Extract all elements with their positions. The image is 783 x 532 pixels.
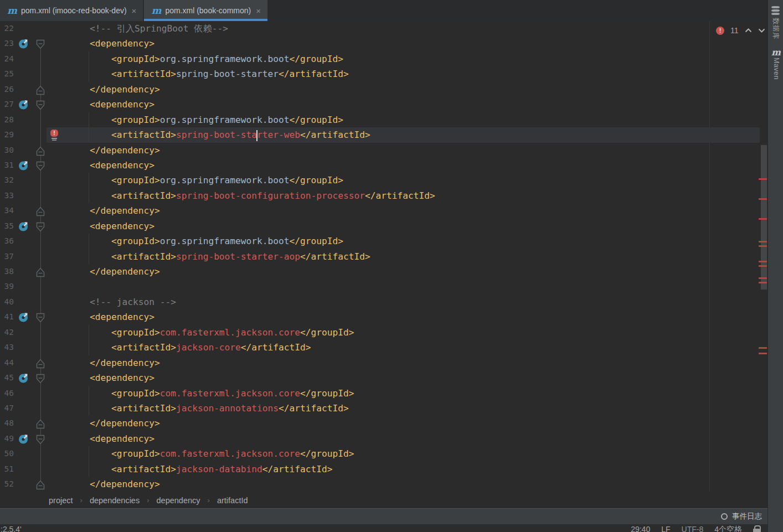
close-icon[interactable]: × bbox=[255, 7, 262, 15]
fold-start-icon[interactable] bbox=[36, 312, 45, 322]
code-line-41[interactable]: 41 <dependency> bbox=[0, 309, 767, 324]
maven-m-icon[interactable]: m bbox=[771, 47, 781, 58]
code-line-23[interactable]: 23 <dependency> bbox=[0, 36, 767, 51]
code-text[interactable]: <artifactId>jackson-databind</artifactId… bbox=[47, 462, 767, 477]
fold-end-icon[interactable] bbox=[36, 146, 45, 156]
maven-dependency-gutter-icon[interactable] bbox=[18, 38, 29, 49]
code-line-44[interactable]: 44 </dependency> bbox=[0, 355, 767, 370]
error-stripe-mark[interactable] bbox=[759, 353, 767, 354]
code-line-28[interactable]: 28 <groupId>org.springframework.boot</gr… bbox=[0, 112, 767, 127]
fold-start-icon[interactable] bbox=[36, 373, 45, 383]
close-icon[interactable]: × bbox=[131, 7, 138, 15]
breadcrumb-item-project[interactable]: project bbox=[49, 496, 73, 505]
event-log-button[interactable]: 事件日志 bbox=[721, 512, 762, 521]
inspection-widget[interactable]: ! 11 bbox=[716, 24, 765, 37]
error-stripe-mark[interactable] bbox=[759, 245, 767, 247]
error-stripe-mark[interactable] bbox=[759, 218, 767, 220]
fold-end-icon[interactable] bbox=[36, 206, 45, 216]
error-stripe-mark[interactable] bbox=[759, 277, 767, 279]
code-line-50[interactable]: 50 <groupId>com.fasterxml.jackson.core</… bbox=[0, 446, 767, 461]
lock-icon[interactable] bbox=[753, 525, 760, 532]
fold-start-icon[interactable] bbox=[36, 161, 45, 171]
code-text[interactable]: <!-- jackson --> bbox=[47, 295, 767, 309]
line-ending-widget[interactable]: LF bbox=[661, 525, 670, 532]
code-line-46[interactable]: 46 <groupId>com.fasterxml.jackson.core</… bbox=[0, 386, 767, 401]
code-line-36[interactable]: 36 <groupId>org.springframework.boot</gr… bbox=[0, 234, 767, 249]
code-text[interactable]: <dependency> bbox=[47, 431, 767, 446]
code-line-24[interactable]: 24 <groupId>org.springframework.boot</gr… bbox=[0, 51, 767, 66]
fold-start-icon[interactable] bbox=[36, 221, 45, 231]
code-text[interactable]: <!-- 引入SpringBoot 依赖--> bbox=[47, 21, 767, 36]
code-text[interactable]: </dependency> bbox=[47, 477, 767, 492]
maven-dependency-gutter-icon[interactable] bbox=[18, 433, 29, 445]
code-line-34[interactable]: 34 </dependency> bbox=[0, 203, 767, 218]
code-text[interactable]: </dependency> bbox=[47, 264, 767, 279]
code-text[interactable]: </dependency> bbox=[47, 355, 767, 370]
code-line-26[interactable]: 26 </dependency> bbox=[0, 82, 767, 97]
code-text[interactable]: <dependency> bbox=[47, 36, 767, 51]
error-stripe-mark[interactable] bbox=[759, 347, 767, 349]
breadcrumb-item-artifactid[interactable]: artifactId bbox=[217, 496, 248, 505]
maven-dependency-gutter-icon[interactable] bbox=[18, 312, 29, 323]
breadcrumb-item-dependency[interactable]: dependency bbox=[157, 496, 200, 505]
maven-dependency-gutter-icon[interactable] bbox=[18, 221, 29, 232]
caret-position-widget[interactable]: 29:40 bbox=[631, 525, 650, 532]
tool-button-maven[interactable]: Maven bbox=[772, 58, 780, 80]
tab-pom-book-common[interactable]: m pom.xml (book-common) × bbox=[144, 0, 267, 21]
code-text[interactable]: <artifactId>jackson-core</artifactId> bbox=[47, 340, 767, 355]
code-line-29[interactable]: 29! <artifactId>spring-boot-starter-web<… bbox=[0, 127, 767, 142]
code-line-45[interactable]: 45 <dependency> bbox=[0, 370, 767, 385]
code-line-43[interactable]: 43 <artifactId>jackson-core</artifactId> bbox=[0, 340, 767, 355]
code-text[interactable]: </dependency> bbox=[47, 416, 767, 431]
code-text[interactable]: <dependency> bbox=[47, 219, 767, 234]
prev-error-chevron-icon[interactable] bbox=[745, 28, 752, 33]
code-text[interactable]: <groupId>org.springframework.boot</group… bbox=[47, 173, 767, 188]
code-text[interactable]: <dependency> bbox=[47, 158, 767, 173]
fold-start-icon[interactable] bbox=[36, 39, 45, 49]
code-text[interactable]: <artifactId>jackson-annotations</artifac… bbox=[47, 401, 767, 416]
fold-start-icon[interactable] bbox=[36, 100, 45, 110]
code-text[interactable]: <dependency> bbox=[47, 309, 767, 324]
code-text[interactable]: <groupId>org.springframework.boot</group… bbox=[47, 234, 767, 249]
code-line-51[interactable]: 51 <artifactId>jackson-databind</artifac… bbox=[0, 462, 767, 477]
code-line-37[interactable]: 37 <artifactId>spring-boot-starter-aop</… bbox=[0, 249, 767, 264]
fold-end-icon[interactable] bbox=[36, 85, 45, 95]
indent-widget[interactable]: 4个空格 bbox=[714, 525, 742, 532]
code-text[interactable]: <groupId>org.springframework.boot</group… bbox=[47, 112, 767, 127]
fold-end-icon[interactable] bbox=[36, 267, 45, 277]
database-icon[interactable] bbox=[771, 6, 780, 16]
code-line-27[interactable]: 27 <dependency> bbox=[0, 97, 767, 112]
code-editor[interactable]: 22 <!-- 引入SpringBoot 依赖-->23 <dependency… bbox=[0, 21, 767, 492]
code-line-32[interactable]: 32 <groupId>org.springframework.boot</gr… bbox=[0, 173, 767, 188]
code-text[interactable]: <artifactId>spring-boot-starter-aop</art… bbox=[47, 249, 767, 264]
code-text[interactable]: <groupId>com.fasterxml.jackson.core</gro… bbox=[47, 325, 767, 340]
code-text[interactable]: <groupId>org.springframework.boot</group… bbox=[47, 51, 767, 66]
code-text[interactable]: </dependency> bbox=[47, 203, 767, 218]
code-text[interactable]: <dependency> bbox=[47, 370, 767, 385]
fold-end-icon[interactable] bbox=[36, 358, 45, 368]
code-line-39[interactable]: 39 bbox=[0, 279, 767, 294]
code-line-25[interactable]: 25 <artifactId>spring-boot-starter</arti… bbox=[0, 66, 767, 81]
code-line-38[interactable]: 38 </dependency> bbox=[0, 264, 767, 279]
code-text[interactable]: </dependency> bbox=[47, 82, 767, 97]
code-line-35[interactable]: 35 <dependency> bbox=[0, 219, 767, 234]
code-line-47[interactable]: 47 <artifactId>jackson-annotations</arti… bbox=[0, 401, 767, 416]
code-text[interactable]: <artifactId>spring-boot-configuration-pr… bbox=[47, 188, 767, 203]
code-text[interactable]: <artifactId>spring-boot-starter</artifac… bbox=[47, 66, 767, 81]
error-stripe-mark[interactable] bbox=[759, 261, 767, 262]
maven-dependency-gutter-icon[interactable] bbox=[18, 160, 29, 171]
maven-dependency-gutter-icon[interactable] bbox=[18, 99, 29, 110]
next-error-chevron-icon[interactable] bbox=[758, 28, 765, 33]
code-line-48[interactable]: 48 </dependency> bbox=[0, 416, 767, 431]
code-line-30[interactable]: 30 </dependency> bbox=[0, 143, 767, 158]
maven-dependency-gutter-icon[interactable] bbox=[18, 373, 29, 384]
code-line-22[interactable]: 22 <!-- 引入SpringBoot 依赖--> bbox=[0, 21, 767, 36]
code-line-33[interactable]: 33 <artifactId>spring-boot-configuration… bbox=[0, 188, 767, 203]
error-stripe-mark[interactable] bbox=[759, 198, 767, 200]
encoding-widget[interactable]: UTF-8 bbox=[682, 525, 704, 532]
error-stripe-mark[interactable] bbox=[759, 265, 767, 267]
code-line-52[interactable]: 52 </dependency> bbox=[0, 477, 767, 492]
code-text[interactable]: <groupId>com.fasterxml.jackson.core</gro… bbox=[47, 446, 767, 461]
breadcrumb-item-dependencies[interactable]: dependencies bbox=[90, 496, 140, 505]
fold-end-icon[interactable] bbox=[36, 479, 45, 489]
